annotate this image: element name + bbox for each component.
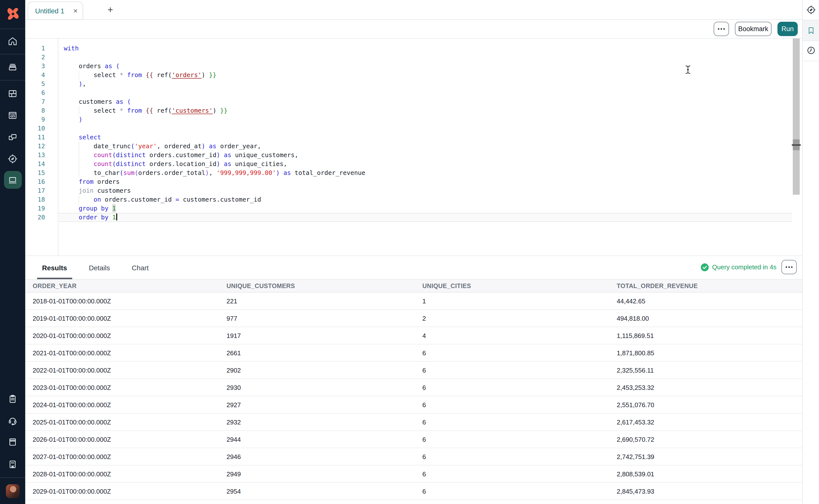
code-line[interactable]: orders as ( [64, 62, 792, 71]
code-token: select [64, 71, 120, 79]
results-tabs: Results Details Chart Query completed in… [25, 256, 802, 279]
sidebar-item-clipboard[interactable] [4, 390, 21, 408]
pane-resize-handle[interactable] [792, 144, 801, 146]
compass-icon [806, 5, 816, 15]
table-cell: 6 [422, 436, 617, 443]
table-row[interactable]: 2022-01-01T00:00:00.000Z290262,325,556.1… [25, 362, 802, 379]
app-logo[interactable] [4, 5, 21, 22]
code-line[interactable]: count(distinct orders.customer_id) as un… [64, 151, 792, 160]
results-more-button[interactable]: ••• [781, 260, 797, 274]
table-cell: 1,115,869.51 [617, 332, 802, 339]
editor-scrollbar-track[interactable] [793, 39, 800, 195]
table-cell: 494,818.00 [617, 315, 802, 322]
code-line[interactable] [64, 88, 792, 97]
table-cell: 6 [422, 487, 617, 495]
code-line[interactable] [64, 53, 792, 62]
sidebar-item-code-editor[interactable] [4, 106, 21, 124]
logo-x-icon [4, 5, 21, 22]
table-row[interactable]: 2021-01-01T00:00:00.000Z266161,871,800.8… [25, 344, 802, 362]
table-cell: 2025-01-01T00:00:00.000Z [33, 418, 227, 426]
sidebar-item-storage[interactable] [4, 58, 21, 76]
code-token: as [209, 142, 217, 150]
sidebar-item-organization[interactable] [4, 455, 21, 473]
code-line[interactable]: from orders [64, 177, 792, 186]
code-line[interactable]: ) [64, 115, 792, 124]
column-header[interactable]: TOTAL_ORDER_REVENUE [617, 282, 802, 289]
column-header[interactable]: UNIQUE_CUSTOMERS [227, 282, 422, 289]
code-token: orders.customer_id [146, 151, 217, 159]
code-token: ( [134, 169, 138, 176]
code-line[interactable]: select * from {{ ref('customers') }} [64, 106, 792, 115]
tab-details[interactable]: Details [84, 256, 115, 279]
table-row[interactable]: 2025-01-01T00:00:00.000Z293262,617,453.3… [25, 414, 802, 431]
line-number: 11 [25, 133, 58, 142]
indent-guide [79, 160, 79, 168]
table-header-row: ORDER_YEARUNIQUE_CUSTOMERSUNIQUE_CITIEST… [25, 279, 802, 293]
sql-editor[interactable]: 1234567891011121314151617181920 with ord… [25, 39, 802, 255]
table-cell: 2,845,473.93 [617, 487, 802, 495]
code-line[interactable]: select [64, 133, 792, 142]
tab-chart[interactable]: Chart [127, 256, 153, 279]
code-line[interactable]: count(distinct orders.location_id) as un… [64, 160, 792, 168]
rail-item-bookmarks[interactable] [803, 20, 819, 41]
sidebar-item-apps[interactable] [4, 128, 21, 146]
tab-untitled-1[interactable]: Untitled 1 × [28, 1, 83, 20]
code-line[interactable]: group by 1 [64, 204, 792, 213]
tab-chart-label: Chart [132, 264, 148, 272]
sidebar-item-dashboard[interactable] [4, 84, 21, 102]
bookmark-button[interactable]: Bookmark [735, 22, 772, 36]
home-icon [7, 36, 18, 46]
code-line[interactable]: ), [64, 80, 792, 88]
line-number: 1 [25, 44, 58, 53]
sidebar-item-support[interactable] [4, 412, 21, 429]
code-area[interactable]: with orders as ( select * from {{ ref('o… [59, 39, 792, 255]
run-button[interactable]: Run [777, 22, 798, 36]
table-row[interactable]: 2019-01-01T00:00:00.000Z9772494,818.00 [25, 310, 802, 327]
code-token: ref( [153, 107, 171, 114]
code-line[interactable]: on orders.customer_id = customers.custom… [64, 195, 792, 204]
code-token: customers [64, 98, 116, 105]
code-line[interactable]: customers as ( [64, 97, 792, 106]
table-row[interactable]: 2018-01-01T00:00:00.000Z221144,442.65 [25, 293, 802, 310]
indent-guide [79, 106, 79, 115]
code-line[interactable]: join customers [64, 186, 792, 195]
sidebar-item-home[interactable] [4, 32, 21, 50]
more-options-button[interactable]: ••• [714, 22, 729, 36]
code-line[interactable] [64, 124, 792, 133]
table-cell: 2902 [227, 366, 422, 374]
code-token: order by [64, 213, 108, 221]
code-line[interactable]: with [64, 44, 792, 53]
line-number: 19 [25, 204, 58, 213]
sidebar-item-explore[interactable] [4, 150, 21, 168]
table-row[interactable]: 2024-01-01T00:00:00.000Z292762,551,076.7… [25, 396, 802, 414]
table-row[interactable]: 2020-01-01T00:00:00.000Z191741,115,869.5… [25, 327, 802, 344]
code-token: ( [131, 142, 134, 150]
code-line[interactable]: date_trunc('year', ordered_at) as order_… [64, 142, 792, 151]
code-token: 'orders' [172, 71, 201, 79]
table-row[interactable]: 2023-01-01T00:00:00.000Z293062,453,253.3… [25, 379, 802, 396]
code-line[interactable]: select * from {{ ref('orders') }} [64, 71, 792, 80]
indent-guide [79, 195, 79, 204]
code-token: on [93, 196, 101, 203]
user-avatar[interactable] [6, 484, 20, 498]
table-row[interactable]: 2029-01-01T00:00:00.000Z295462,845,473.9… [25, 483, 802, 500]
table-row[interactable]: 2027-01-01T00:00:00.000Z294662,742,751.3… [25, 448, 802, 465]
code-token [142, 107, 146, 114]
tab-results[interactable]: Results [37, 256, 72, 279]
new-tab-button[interactable]: + [104, 4, 116, 16]
code-line[interactable]: to_char(sum(orders.order_total), '999,99… [64, 168, 792, 177]
table-row[interactable]: 2026-01-01T00:00:00.000Z294462,690,570.7… [25, 431, 802, 448]
tab-close-icon[interactable]: × [73, 7, 78, 14]
sidebar-item-terminal-active[interactable] [4, 171, 21, 189]
column-header[interactable]: ORDER_YEAR [33, 282, 227, 289]
line-number: 6 [25, 88, 58, 97]
sidebar-item-docs[interactable] [4, 433, 21, 451]
column-header[interactable]: UNIQUE_CITIES [422, 282, 617, 289]
code-line[interactable]: order by 1 [59, 213, 792, 222]
toolbar-actions: ••• Bookmark Run [714, 22, 798, 36]
line-number: 2 [25, 53, 58, 62]
tab-title: Untitled 1 [35, 7, 69, 15]
rail-item-history[interactable] [803, 42, 819, 58]
table-row[interactable]: 2028-01-01T00:00:00.000Z294962,808,539.0… [25, 465, 802, 483]
rail-item-explore[interactable] [803, 3, 819, 17]
